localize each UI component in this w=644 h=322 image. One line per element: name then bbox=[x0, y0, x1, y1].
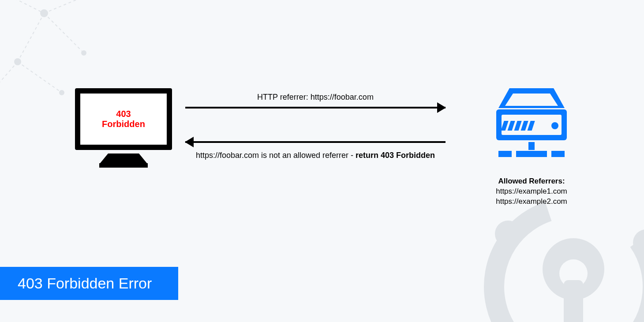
svg-rect-28 bbox=[498, 151, 512, 157]
svg-rect-30 bbox=[551, 151, 565, 157]
svg-rect-27 bbox=[528, 142, 535, 150]
svg-rect-29 bbox=[516, 151, 547, 157]
svg-point-26 bbox=[551, 122, 558, 129]
page-title: 403 Forbidden Error bbox=[0, 267, 178, 300]
svg-point-12 bbox=[59, 90, 64, 95]
server-allowed-list: Allowed Referrers: https://example1.com … bbox=[490, 176, 573, 207]
request-arrow-icon bbox=[185, 107, 446, 109]
svg-rect-18 bbox=[564, 280, 583, 322]
svg-point-15 bbox=[633, 229, 644, 256]
response-label: https://foobar.com is not an allowed ref… bbox=[185, 150, 446, 161]
client-monitor-icon: 403Forbidden bbox=[75, 88, 172, 168]
diagram-container: 403Forbidden HTTP referrer: https://foob… bbox=[75, 88, 573, 221]
request-label: HTTP referrer: https://foobar.com bbox=[185, 93, 446, 102]
svg-line-5 bbox=[18, 62, 62, 93]
svg-point-7 bbox=[40, 9, 48, 17]
svg-line-3 bbox=[44, 13, 84, 53]
svg-point-16 bbox=[543, 238, 604, 300]
response-arrow-icon bbox=[185, 141, 446, 143]
svg-point-14 bbox=[495, 221, 521, 247]
svg-line-4 bbox=[0, 62, 18, 97]
svg-point-17 bbox=[559, 259, 588, 288]
svg-point-10 bbox=[81, 50, 86, 56]
monitor-error-text: 403Forbidden bbox=[102, 109, 145, 129]
svg-line-1 bbox=[44, 0, 97, 13]
svg-line-0 bbox=[0, 0, 44, 13]
svg-line-2 bbox=[18, 13, 44, 62]
server-icon: Allowed Referrers: https://example1.com … bbox=[490, 84, 573, 207]
svg-point-9 bbox=[14, 58, 21, 65]
